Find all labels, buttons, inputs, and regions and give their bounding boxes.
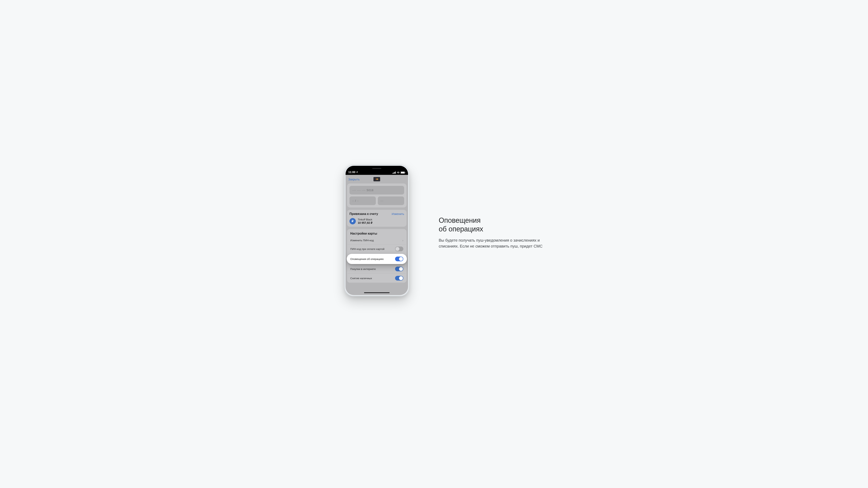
caption-heading-line1: Оповещения — [439, 216, 480, 224]
card-details-section: ···· ···· ···· 5018 ·· / ·· ··· — [347, 184, 406, 207]
svg-rect-2 — [394, 172, 395, 174]
notifications-label: Оповещения об операциях — [350, 258, 384, 261]
pin-on-pay-toggle[interactable] — [395, 247, 403, 251]
cash-withdrawal-label: Снятие наличных — [350, 277, 372, 280]
svg-rect-3 — [395, 171, 396, 174]
card-expiry-field[interactable]: ·· / ·· — [349, 196, 376, 205]
battery-icon — [401, 171, 405, 174]
close-button[interactable]: Закрыть — [348, 177, 360, 181]
change-pin-label: Изменить ПИН-код — [350, 239, 374, 242]
location-icon — [356, 171, 358, 173]
settings-title: Настройки карты — [348, 232, 406, 236]
card-settings-section: Настройки карты Изменить ПИН-код › ПИН-к… — [347, 229, 406, 283]
ruble-icon: ₽ — [349, 218, 356, 224]
change-pin-row[interactable]: Изменить ПИН-код › — [348, 236, 406, 244]
linked-account-section: Привязана к счету Изменить ₽ Tinkoff Bla… — [347, 210, 406, 227]
notifications-row: Оповещения об операциях — [347, 254, 407, 264]
home-indicator — [364, 292, 390, 293]
caption-block: Оповещения об операциях Вы будете получа… — [439, 216, 549, 249]
status-time: 11:00 — [348, 170, 355, 174]
pin-on-pay-row: ПИН-код при оплате картой — [348, 244, 406, 253]
cellular-icon — [393, 171, 396, 174]
change-account-button[interactable]: Изменить — [392, 213, 404, 216]
caption-body: Вы будете получать пуш-уведомления о зач… — [439, 237, 549, 249]
phone-notch — [361, 166, 393, 171]
cash-withdrawal-toggle[interactable] — [395, 276, 403, 281]
caption-heading: Оповещения об операциях — [439, 216, 549, 233]
card-thumbnail — [373, 177, 380, 181]
wifi-icon — [397, 171, 400, 174]
svg-rect-1 — [394, 172, 394, 174]
linked-title: Привязана к счету — [349, 212, 378, 216]
mastercard-icon — [376, 178, 378, 180]
card-cvv-field[interactable]: ··· — [378, 196, 404, 205]
svg-rect-6 — [405, 172, 405, 173]
pin-on-pay-label: ПИН-код при оплате картой — [350, 248, 384, 251]
account-balance: 10 957,92 ₽ — [358, 221, 372, 224]
nav-bar: Закрыть — [346, 175, 408, 184]
online-purchases-label: Покупки в интернете — [350, 267, 376, 270]
phone-mockup: 11:00 Закрыть — [344, 165, 409, 296]
account-name: Tinkoff Black — [358, 218, 372, 221]
online-purchases-toggle[interactable] — [395, 267, 403, 271]
chevron-right-icon: › — [402, 239, 403, 242]
card-number-field[interactable]: ···· ···· ···· 5018 — [349, 186, 404, 195]
svg-rect-5 — [401, 172, 404, 173]
caption-heading-line2: об операциях — [439, 225, 483, 233]
notifications-toggle[interactable] — [395, 257, 403, 261]
cash-withdrawal-row: Снятие наличных — [348, 273, 406, 283]
svg-rect-0 — [393, 173, 393, 174]
online-purchases-row: Покупки в интернете — [348, 264, 406, 273]
account-row[interactable]: ₽ Tinkoff Black 10 957,92 ₽ — [349, 218, 404, 224]
